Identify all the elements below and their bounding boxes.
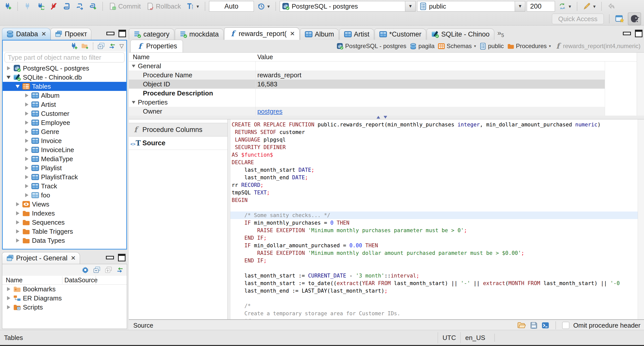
disconnect-button[interactable] [48,2,59,11]
panel-splitter[interactable] [129,116,644,119]
tree-item-indexes[interactable]: Indexes [3,209,126,218]
expand-expander-icon[interactable] [24,193,29,197]
tab-properties[interactable]: f Properties [130,40,183,52]
connect-button[interactable] [22,2,33,11]
fetch-size-input[interactable]: 200 [527,1,555,12]
expand-expander-icon[interactable] [6,296,11,300]
tree-item-artist[interactable]: Artist [3,100,126,109]
expand-expander-icon[interactable] [24,175,29,179]
tab-project-general[interactable]: Project - General ✕ [2,252,80,264]
column-header-name[interactable]: Name [129,53,255,61]
property-row-procedure-name[interactable]: Procedure Namerewards_report [129,71,605,80]
open-sql-script-button[interactable] [74,2,86,11]
expand-expander-icon[interactable] [6,66,11,70]
expand-expander-icon[interactable] [15,211,20,215]
project-item-er-diagrams[interactable]: ER Diagrams [2,294,127,303]
breadcrumb-item-public[interactable]: public [479,43,504,50]
link-editor-icon[interactable] [116,266,124,274]
maximize-icon[interactable] [635,30,642,37]
editor-tab-artist[interactable]: Artist [339,28,374,40]
commit-mode-select[interactable]: Auto [209,1,254,12]
expand-expander-icon[interactable] [24,157,29,161]
sql-editor-button[interactable] [61,2,72,11]
expand-all-icon[interactable] [105,266,112,274]
dropdown-arrow-icon[interactable]: ▼ [515,1,525,11]
new-connection-button[interactable] [2,2,14,11]
maximize-icon[interactable] [118,254,126,261]
filter-input[interactable] [5,52,125,62]
tree-item-track[interactable]: Track [3,182,126,191]
rollback-button[interactable]: Rollback [144,2,183,11]
collapse-expander-icon[interactable] [132,101,135,104]
chevron-down-icon[interactable]: ▾ [474,44,476,48]
project-item-scripts[interactable]: Scripts [2,303,127,312]
expand-expander-icon[interactable] [24,102,29,107]
collapse-all-icon[interactable] [93,266,101,274]
grid-scrollbar[interactable] [637,53,644,116]
editor-tab-rewards-report[interactable]: frewards_report(✕ [224,27,300,40]
breadcrumb-item-rewards-report-int4-numeric[interactable]: frewards_report(int4,numeric) [554,43,640,50]
editor-tab-customer[interactable]: *Customer [375,28,426,40]
close-icon[interactable]: ✕ [290,30,295,37]
chevron-down-icon[interactable]: ▾ [549,44,551,48]
column-header-value[interactable]: Value [255,53,273,61]
tree-item-genre[interactable]: Genre [3,127,126,136]
collapse-all-icon[interactable] [97,42,105,50]
minimize-icon[interactable] [106,32,114,35]
column-divider[interactable] [255,61,256,116]
property-row-owner[interactable]: Ownerpostgres [129,107,605,116]
breadcrumb-item-pagila[interactable]: pagila [410,43,434,50]
expand-expander-icon[interactable] [15,238,20,243]
gear-icon[interactable] [82,266,89,274]
tree-item-invoiceline[interactable]: InvoiceLine [3,145,126,154]
expand-expander-icon[interactable] [24,166,29,170]
view-menu-icon[interactable]: ▽ [119,43,124,49]
locale-indicator[interactable]: en_US [461,332,490,343]
breadcrumb-item-procedures[interactable]: Procedures▾ [507,43,551,50]
editor-tab-mockdata[interactable]: mockdata [175,28,224,40]
tab-source[interactable]: <>T Source [129,136,227,150]
property-row-general[interactable]: General [129,61,605,71]
close-icon[interactable]: ✕ [71,255,76,262]
tree-item-views[interactable]: Views [3,200,126,209]
tree-item-postgresql-postgres[interactable]: PostgreSQL - postgres [3,64,126,73]
property-value-link[interactable]: postgres [257,108,283,115]
breadcrumb-item-postgresql-postgres[interactable]: PostgreSQL - postgres [337,43,406,50]
minimize-icon[interactable] [623,32,631,35]
tree-item-album[interactable]: Album [3,91,126,100]
expand-expander-icon[interactable] [24,112,29,116]
tree-item-mediatype[interactable]: MediaType [3,154,126,163]
editor-tab-sqlite-chinoo[interactable]: SQLite - Chinoo [427,28,494,40]
tree-item-playlist[interactable]: Playlist [3,163,126,172]
omit-procedure-header-checkbox[interactable] [562,322,569,329]
tree-item-foo[interactable]: foo [3,191,126,200]
tree-item-table-triggers[interactable]: Table Triggers [3,227,126,236]
expand-expander-icon[interactable] [24,184,29,188]
property-row-properties[interactable]: Properties [129,98,605,107]
expand-expander-icon[interactable] [6,305,11,309]
save-to-file-icon[interactable] [530,322,538,329]
breadcrumb-item-schemas[interactable]: Schemas▾ [438,43,476,50]
editor-tab-category[interactable]: category [129,28,174,40]
minimize-icon[interactable] [106,256,114,259]
sql-generate-button[interactable]: ▾ [581,2,598,11]
open-perspective-button[interactable] [615,14,625,24]
column-header-datasource[interactable]: DataSource [62,276,96,284]
column-header-name[interactable]: Name [2,276,62,284]
expand-expander-icon[interactable] [24,121,29,125]
tree-item-invoice[interactable]: Invoice [3,136,126,145]
new-folder-icon[interactable] [81,42,89,50]
transaction-mode-button[interactable]: ▾ [184,2,201,11]
source-code[interactable]: CREATE OR REPLACE FUNCTION public.reward… [230,119,644,319]
tree-item-sqlite-chinook-db[interactable]: SQLite - Chinook.db [3,73,126,82]
project-item-bookmarks[interactable]: Bookmarks [2,285,127,294]
new-connection-icon[interactable] [70,42,78,50]
link-editor-icon[interactable] [108,42,116,50]
reconnect-button[interactable] [35,2,46,11]
expand-expander-icon[interactable] [24,93,29,97]
source-editor[interactable]: CREATE OR REPLACE FUNCTION public.reward… [228,119,644,319]
property-row-procedure-description[interactable]: Procedure Description [129,89,605,98]
expand-expander-icon[interactable] [15,202,20,206]
collapse-expander-icon[interactable] [6,76,11,79]
close-icon[interactable]: ✕ [41,30,46,38]
